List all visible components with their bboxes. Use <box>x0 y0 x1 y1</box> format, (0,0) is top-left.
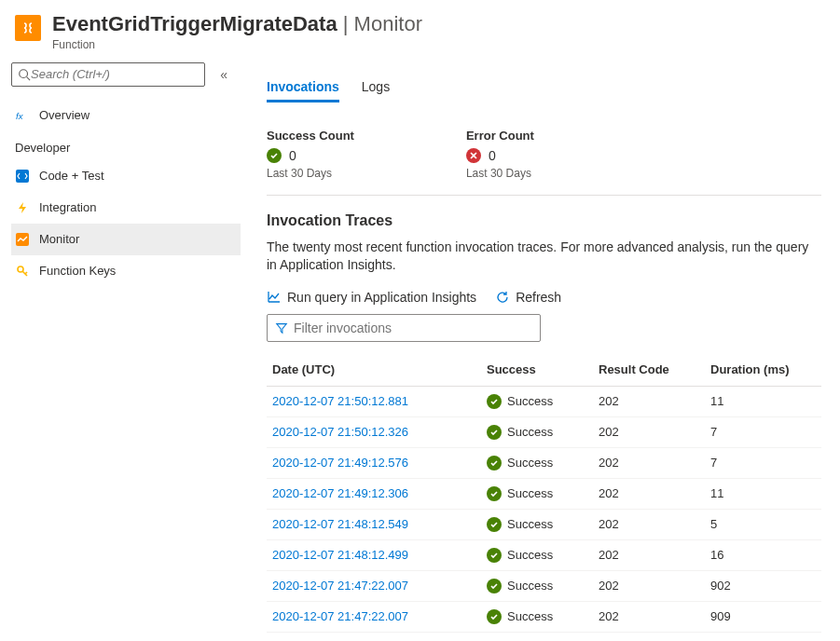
trace-status: Success <box>487 486 587 501</box>
sidebar: « fx Overview Developer Code + Test Inte… <box>0 59 241 641</box>
page-title: EventGridTriggerMigrateData | Monitor <box>52 11 422 38</box>
trace-status: Success <box>487 394 587 409</box>
trace-status-text: Success <box>507 425 553 439</box>
trace-duration: 7 <box>705 416 821 447</box>
title-resource: EventGridTriggerMigrateData <box>52 12 337 35</box>
trace-date-link[interactable]: 2020-12-07 21:48:12.549 <box>272 517 408 531</box>
trace-result-code: 202 <box>593 570 705 601</box>
page-header: EventGridTriggerMigrateData | Monitor Fu… <box>0 0 840 59</box>
trace-duration: 11 <box>705 478 821 509</box>
trace-status: Success <box>487 548 587 563</box>
counts-row: Success Count 0 Last 30 Days Error Count… <box>267 129 821 196</box>
sidebar-item-label: Monitor <box>39 232 79 246</box>
invocation-traces-desc: The twenty most recent function invocati… <box>267 239 821 275</box>
page-subtitle: Function <box>52 38 422 51</box>
trace-duration: 909 <box>705 601 821 632</box>
success-icon <box>267 148 282 163</box>
table-row: 2020-12-07 21:47:22.007Success202909 <box>267 601 821 632</box>
svg-line-7 <box>25 272 27 274</box>
trace-duration: 5 <box>705 509 821 539</box>
col-duration[interactable]: Duration (ms) <box>705 355 821 387</box>
search-box[interactable] <box>11 62 205 87</box>
col-success[interactable]: Success <box>481 355 593 387</box>
success-icon <box>487 548 502 563</box>
table-row: 2020-12-07 21:49:12.576Success2027 <box>267 447 821 478</box>
success-count-label: Success Count <box>267 129 354 143</box>
sidebar-item-code-test[interactable]: Code + Test <box>11 160 241 192</box>
error-count-label: Error Count <box>466 129 534 143</box>
main-content: Invocations Logs Success Count 0 Last 30… <box>241 59 840 641</box>
success-icon <box>487 517 502 532</box>
filter-icon <box>275 321 288 334</box>
tab-invocations[interactable]: Invocations <box>267 79 339 102</box>
table-row: 2020-12-07 21:47:22.007Success202902 <box>267 570 821 601</box>
traces-table: Date (UTC) Success Result Code Duration … <box>267 355 821 633</box>
trace-status: Success <box>487 579 587 593</box>
trace-date-link[interactable]: 2020-12-07 21:47:22.007 <box>272 579 408 593</box>
success-icon <box>487 609 502 624</box>
sidebar-item-label: Integration <box>39 200 96 214</box>
search-icon <box>18 68 31 81</box>
sidebar-item-integration[interactable]: Integration <box>11 192 241 224</box>
run-query-button[interactable]: Run query in Application Insights <box>267 290 476 305</box>
tab-logs[interactable]: Logs <box>362 79 390 102</box>
success-icon <box>487 425 502 440</box>
search-input[interactable] <box>31 67 199 81</box>
sidebar-item-monitor[interactable]: Monitor <box>11 224 241 255</box>
table-row: 2020-12-07 21:49:12.306Success20211 <box>267 478 821 509</box>
table-row: 2020-12-07 21:48:12.499Success20216 <box>267 539 821 570</box>
filter-input[interactable] <box>294 320 532 335</box>
refresh-button[interactable]: Refresh <box>495 290 561 305</box>
sidebar-item-label: Overview <box>39 108 90 122</box>
code-icon <box>15 169 30 184</box>
function-icon <box>15 15 41 41</box>
chart-icon <box>267 290 282 305</box>
trace-date-link[interactable]: 2020-12-07 21:49:12.576 <box>272 456 408 470</box>
title-separator: | <box>343 12 354 35</box>
svg-line-1 <box>27 76 31 80</box>
trace-result-code: 202 <box>593 386 705 416</box>
invocation-traces-title: Invocation Traces <box>267 212 821 229</box>
trace-date-link[interactable]: 2020-12-07 21:47:22.007 <box>272 609 408 623</box>
success-icon <box>487 394 502 409</box>
trace-status: Success <box>487 517 587 532</box>
trace-result-code: 202 <box>593 601 705 632</box>
trace-result-code: 202 <box>593 478 705 509</box>
trace-status: Success <box>487 609 587 624</box>
error-count-value: 0 <box>489 148 496 163</box>
success-icon <box>487 486 502 501</box>
trace-result-code: 202 <box>593 509 705 539</box>
col-date[interactable]: Date (UTC) <box>267 355 481 387</box>
trace-result-code: 202 <box>593 447 705 478</box>
table-row: 2020-12-07 21:50:12.326Success2027 <box>267 416 821 447</box>
col-result-code[interactable]: Result Code <box>593 355 705 387</box>
sidebar-section-developer: Developer <box>11 131 241 160</box>
trace-status: Success <box>487 456 587 471</box>
trace-status-text: Success <box>507 609 553 623</box>
sidebar-item-label: Function Keys <box>39 264 116 278</box>
trace-date-link[interactable]: 2020-12-07 21:50:12.326 <box>272 425 408 439</box>
run-query-label: Run query in Application Insights <box>287 290 476 305</box>
trace-duration: 7 <box>705 447 821 478</box>
success-count-sub: Last 30 Days <box>267 167 354 180</box>
filter-box[interactable] <box>267 314 541 342</box>
sidebar-item-function-keys[interactable]: Function Keys <box>11 255 241 287</box>
error-icon <box>466 148 481 163</box>
svg-text:fx: fx <box>16 110 24 120</box>
trace-status: Success <box>487 425 587 440</box>
trace-duration: 11 <box>705 386 821 416</box>
trace-date-link[interactable]: 2020-12-07 21:50:12.881 <box>272 394 408 408</box>
trace-date-link[interactable]: 2020-12-07 21:48:12.499 <box>272 548 408 562</box>
sidebar-item-overview[interactable]: fx Overview <box>11 100 241 131</box>
refresh-icon <box>495 290 510 305</box>
success-count-value: 0 <box>289 148 296 163</box>
table-row: 2020-12-07 21:50:12.881Success20211 <box>267 386 821 416</box>
table-row: 2020-12-07 21:48:12.549Success2025 <box>267 509 821 539</box>
trace-date-link[interactable]: 2020-12-07 21:49:12.306 <box>272 486 408 500</box>
collapse-sidebar-button[interactable]: « <box>216 63 231 86</box>
refresh-label: Refresh <box>516 290 561 305</box>
tabs: Invocations Logs <box>267 79 821 102</box>
overview-icon: fx <box>15 108 30 123</box>
lightning-icon <box>15 200 30 215</box>
trace-status-text: Success <box>507 456 553 470</box>
